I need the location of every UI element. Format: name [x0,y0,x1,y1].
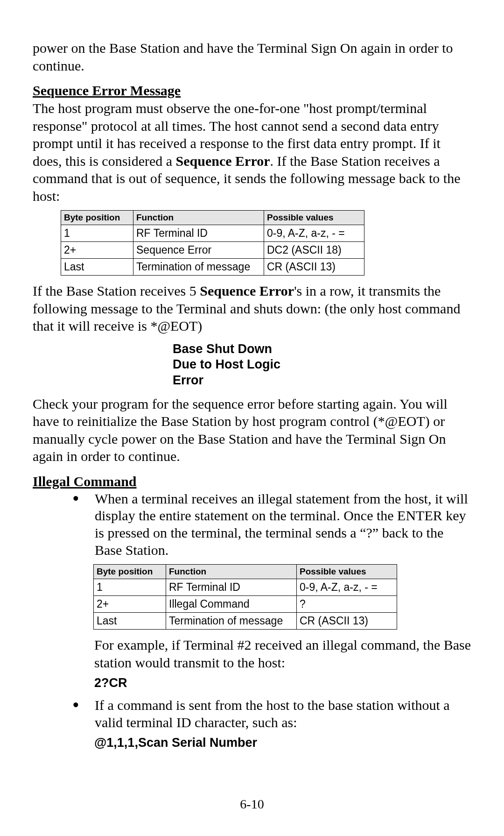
table-row: 2+ Illegal Command ? [94,596,397,613]
table-cell: CR (ASCII 13) [297,613,397,630]
section2-bullets: When a terminal receives an illegal stat… [33,490,471,559]
table-row: 1 RF Terminal ID 0-9, A-Z, a-z, - = [94,579,397,596]
section1-title: Sequence Error Message [33,83,471,99]
table-header-cell: Function [133,211,264,225]
section1-para2-bold: Sequence Error [200,283,294,298]
example-paragraph: For example, if Terminal #2 received an … [94,636,471,671]
table-cell: Sequence Error [133,242,264,259]
table-header-cell: Function [166,565,297,579]
table-row: Last Termination of message CR (ASCII 13… [61,259,364,276]
example-code-1: 2?CR [94,676,471,690]
section1-para2-pre: If the Base Station receives 5 [33,283,200,298]
list-item: When a terminal receives an illegal stat… [72,490,471,559]
table-cell: DC2 (ASCII 18) [264,242,364,259]
table-cell: 2+ [61,242,133,259]
table-cell: Last [61,259,133,276]
table-cell: RF Terminal ID [133,225,264,242]
shutdown-message: Base Shut Down Due to Host Logic Error [135,341,369,389]
table-cell: ? [297,596,397,613]
shutdown-message-line: Error [173,373,369,389]
table-cell: Last [94,613,166,630]
table-header-cell: Possible values [297,565,397,579]
section1-table: Byte position Function Possible values 1… [61,210,364,276]
section2-table: Byte position Function Possible values 1… [93,564,397,630]
table-row: Last Termination of message CR (ASCII 13… [94,613,397,630]
page-number: 6-10 [0,797,504,812]
table-cell: Termination of message [133,259,264,276]
table-cell: RF Terminal ID [166,579,297,596]
section2-title: Illegal Command [33,474,471,489]
table-cell: 0-9, A-Z, a-z, - = [297,579,397,596]
table-cell: Illegal Command [166,596,297,613]
table-header-cell: Byte position [94,565,166,579]
table-header-row: Byte position Function Possible values [94,565,397,579]
shutdown-message-line: Due to Host Logic [173,357,369,373]
table-cell: 0-9, A-Z, a-z, - = [264,225,364,242]
list-item: If a command is sent from the host to th… [72,697,471,731]
bullet2-text: If a command is sent from the host to th… [95,697,450,730]
example-code-2: @1,1,1,Scan Serial Number [94,736,471,750]
page-container: power on the Base Station and have the T… [0,0,504,836]
table-cell: 1 [61,225,133,242]
table-header-cell: Byte position [61,211,133,225]
table-header-cell: Possible values [264,211,364,225]
bullet1-text: When a terminal receives an illegal stat… [95,491,468,558]
table-row: 2+ Sequence Error DC2 (ASCII 18) [61,242,364,259]
intro-paragraph: power on the Base Station and have the T… [33,39,471,74]
section1-para3: Check your program for the sequence erro… [33,395,471,465]
section2-bullets-2: If a command is sent from the host to th… [33,697,471,731]
shutdown-message-line: Base Shut Down [173,341,369,357]
section1-para2: If the Base Station receives 5 Sequence … [33,282,471,335]
section1-para1-bold: Sequence Error [176,153,270,169]
table-header-row: Byte position Function Possible values [61,211,364,225]
table-row: 1 RF Terminal ID 0-9, A-Z, a-z, - = [61,225,364,242]
section1-para1: The host program must observe the one-fo… [33,99,471,205]
table-cell: 2+ [94,596,166,613]
table-cell: 1 [94,579,166,596]
table-cell: Termination of message [166,613,297,630]
table-cell: CR (ASCII 13) [264,259,364,276]
